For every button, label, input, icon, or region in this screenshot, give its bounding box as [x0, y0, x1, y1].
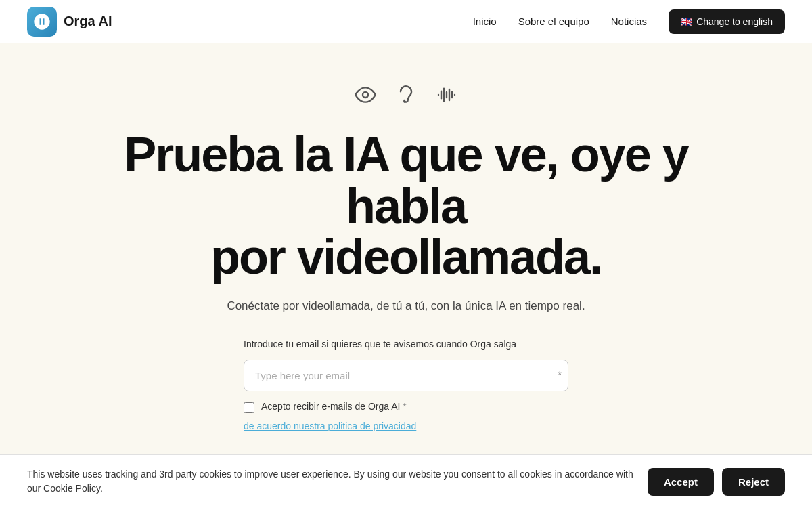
- hero-headline: Prueba la IA que ve, oye y habla por vid…: [115, 129, 697, 283]
- privacy-policy-link[interactable]: de acuerdo nuestra politica de privacida…: [244, 421, 416, 431]
- logo[interactable]: Orga AI: [27, 7, 112, 37]
- eye-icon: [355, 84, 376, 110]
- email-field-wrap: *: [244, 360, 568, 391]
- waveform-icon: [436, 84, 457, 110]
- cookie-buttons: Accept Reject: [648, 468, 785, 496]
- checkbox-required: *: [403, 401, 406, 412]
- signup-form: Introduce tu email si quieres que te avi…: [244, 337, 568, 445]
- email-input[interactable]: [244, 360, 568, 391]
- change-language-button[interactable]: 🇬🇧 Change to english: [669, 9, 785, 34]
- cookie-banner: This website uses tracking and 3rd party…: [0, 454, 812, 508]
- feature-icons-row: [355, 84, 457, 110]
- consent-checkbox-row: Acepto recibir e-mails de Orga AI *: [244, 401, 568, 413]
- ear-icon: [395, 84, 417, 110]
- consent-label[interactable]: Acepto recibir e-mails de Orga AI *: [261, 401, 407, 412]
- nav-links: Inicio Sobre el equipo Noticias 🇬🇧 Chang…: [473, 9, 785, 34]
- hero-subtitle: Conéctate por videollamada, de tú a tú, …: [227, 299, 585, 313]
- cookie-text: This website uses tracking and 3rd party…: [27, 467, 634, 496]
- reject-cookies-button[interactable]: Reject: [722, 468, 785, 496]
- svg-point-1: [404, 101, 405, 102]
- logo-icon: [27, 7, 57, 37]
- consent-checkbox[interactable]: [244, 402, 254, 413]
- flag-icon: 🇬🇧: [681, 16, 692, 27]
- nav-inicio[interactable]: Inicio: [473, 16, 497, 27]
- logo-text: Orga AI: [64, 14, 112, 29]
- form-label: Introduce tu email si quieres que te avi…: [244, 337, 568, 352]
- nav-sobre[interactable]: Sobre el equipo: [518, 16, 589, 27]
- accept-cookies-button[interactable]: Accept: [648, 468, 714, 496]
- hero-section: Prueba la IA que ve, oye y habla por vid…: [102, 43, 710, 508]
- svg-point-0: [363, 92, 368, 98]
- lang-button-label: Change to english: [696, 16, 773, 27]
- required-marker: *: [558, 369, 562, 380]
- nav-noticias[interactable]: Noticias: [611, 16, 647, 27]
